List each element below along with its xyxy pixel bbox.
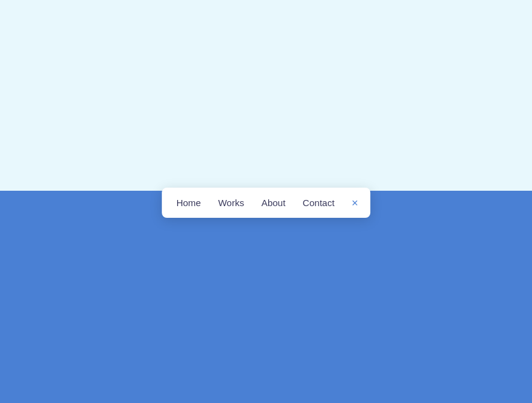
navigation-menu: Home Works About Contact × [162,188,371,218]
nav-item-home[interactable]: Home [174,196,204,209]
background-top [0,0,532,191]
nav-item-contact[interactable]: Contact [300,196,337,209]
nav-item-works[interactable]: Works [216,196,247,209]
nav-item-about[interactable]: About [259,196,288,209]
close-icon[interactable]: × [352,198,359,209]
background-bottom [0,191,532,403]
